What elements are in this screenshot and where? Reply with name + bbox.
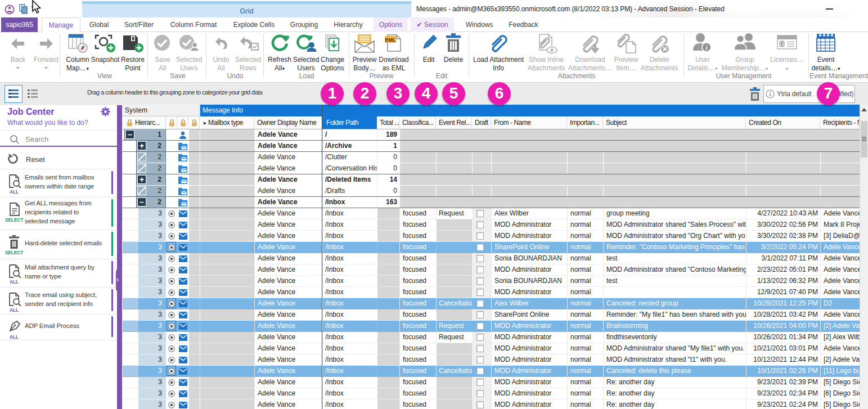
- svg-text:EML: EML: [385, 37, 397, 43]
